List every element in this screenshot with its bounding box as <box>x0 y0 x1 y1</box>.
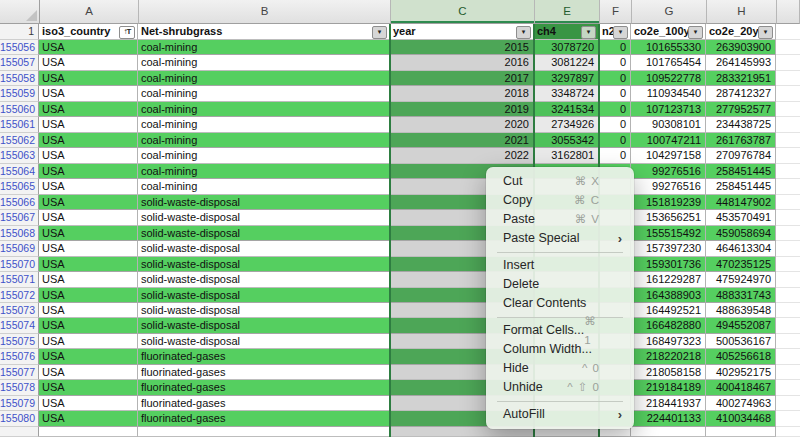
cell[interactable]: 470235125 <box>706 257 776 272</box>
cell[interactable]: USA <box>39 164 138 179</box>
select-all-corner[interactable] <box>0 0 40 24</box>
cell[interactable]: coal-mining <box>138 71 390 86</box>
cell[interactable]: 104297158 <box>631 148 706 163</box>
cell[interactable]: 159301736 <box>631 257 706 272</box>
field-header-n2o[interactable]: n2o▾ <box>599 24 631 40</box>
cell[interactable]: 218058158 <box>631 365 706 380</box>
column-letter-a[interactable]: A <box>40 0 139 24</box>
row-header-155067[interactable]: 155067 <box>0 210 39 225</box>
filter-dropdown-icon[interactable]: ▾ <box>688 26 703 39</box>
cell[interactable]: fluorinated-gases <box>138 396 390 411</box>
cell[interactable]: solid-waste-disposal <box>138 334 390 349</box>
cell[interactable]: fluorinated-gases <box>138 380 390 395</box>
filter-dropdown-icon[interactable]: ▾ <box>758 26 773 39</box>
row-header-partial[interactable] <box>0 427 39 437</box>
cell[interactable]: 3348724 <box>534 86 599 101</box>
filter-sort-icon[interactable]: ↑T <box>119 26 135 39</box>
cell[interactable]: 283321951 <box>706 71 776 86</box>
cell[interactable]: fluorinated-gases <box>138 365 390 380</box>
column-letter-f[interactable]: F <box>600 0 632 24</box>
cell[interactable]: USA <box>39 365 138 380</box>
cell[interactable]: 402952175 <box>706 365 776 380</box>
cell[interactable]: 2017 <box>390 71 534 86</box>
cell[interactable]: 3081224 <box>534 55 599 70</box>
column-letter-e[interactable]: E <box>535 0 600 24</box>
cell[interactable]: 157397230 <box>631 241 706 256</box>
cell[interactable]: 264145993 <box>706 55 776 70</box>
cell[interactable]: 109522778 <box>631 71 706 86</box>
cell[interactable]: 2015 <box>390 40 534 55</box>
cell[interactable]: 459058694 <box>706 226 776 241</box>
field-header-iso3_country[interactable]: iso3_country↑T <box>39 24 138 40</box>
cell[interactable]: 270976784 <box>706 148 776 163</box>
cell[interactable]: 287412327 <box>706 86 776 101</box>
cell[interactable]: 151819239 <box>631 195 706 210</box>
row-header-155074[interactable]: 155074 <box>0 318 39 333</box>
row-header-155062[interactable]: 155062 <box>0 133 39 148</box>
cell[interactable]: 400274963 <box>706 396 776 411</box>
row-header-155058[interactable]: 155058 <box>0 71 39 86</box>
cell[interactable]: 90308101 <box>631 117 706 132</box>
cell[interactable]: 277952577 <box>706 102 776 117</box>
column-letter-b[interactable]: B <box>139 0 391 24</box>
cell[interactable]: USA <box>39 55 138 70</box>
filter-dropdown-icon[interactable]: ▾ <box>372 26 387 39</box>
cell[interactable] <box>39 427 138 437</box>
cell[interactable]: USA <box>39 380 138 395</box>
cell[interactable]: 2021 <box>390 133 534 148</box>
column-letter-g[interactable]: G <box>632 0 707 24</box>
row-header-155075[interactable]: 155075 <box>0 334 39 349</box>
cell[interactable]: 224401133 <box>631 411 706 426</box>
cell[interactable]: 0 <box>599 55 631 70</box>
cell[interactable]: 218441937 <box>631 396 706 411</box>
cell[interactable]: 166482880 <box>631 318 706 333</box>
cell[interactable]: 3078720 <box>534 40 599 55</box>
cell[interactable]: USA <box>39 411 138 426</box>
row-header-155061[interactable]: 155061 <box>0 117 39 132</box>
cell[interactable]: coal-mining <box>138 148 390 163</box>
row-header-155059[interactable]: 155059 <box>0 86 39 101</box>
cell[interactable]: 0 <box>599 133 631 148</box>
cell[interactable]: USA <box>39 210 138 225</box>
context-menu-item-paste-special[interactable]: Paste Special› <box>486 229 634 248</box>
cell[interactable]: USA <box>39 179 138 194</box>
cell[interactable]: 464613304 <box>706 241 776 256</box>
field-header-ch4[interactable]: ch4▾ <box>534 24 599 40</box>
context-menu-item-cut[interactable]: Cut⌘ X <box>486 172 634 191</box>
cell[interactable] <box>631 427 706 437</box>
cell[interactable]: coal-mining <box>138 179 390 194</box>
field-header-co2e_20yr[interactable]: co2e_20yr▾ <box>706 24 776 40</box>
cell[interactable]: 3162801 <box>534 148 599 163</box>
cell[interactable]: coal-mining <box>138 40 390 55</box>
row-header-155069[interactable]: 155069 <box>0 241 39 256</box>
cell[interactable]: USA <box>39 102 138 117</box>
cell[interactable] <box>138 427 390 437</box>
cell[interactable]: USA <box>39 318 138 333</box>
cell[interactable]: solid-waste-disposal <box>138 241 390 256</box>
cell[interactable]: coal-mining <box>138 86 390 101</box>
cell[interactable]: 0 <box>599 117 631 132</box>
row-header-155070[interactable]: 155070 <box>0 257 39 272</box>
column-letter-h[interactable]: H <box>707 0 777 24</box>
cell[interactable]: 453570491 <box>706 210 776 225</box>
context-menu-item-hide[interactable]: Hide^ 0 <box>486 359 634 378</box>
cell[interactable]: USA <box>39 71 138 86</box>
cell[interactable]: 488639548 <box>706 303 776 318</box>
cell[interactable]: USA <box>39 40 138 55</box>
cell[interactable]: 2022 <box>390 148 534 163</box>
cell[interactable]: USA <box>39 303 138 318</box>
row-header-155063[interactable]: 155063 <box>0 148 39 163</box>
context-menu-item-autofill[interactable]: AutoFill› <box>486 405 634 424</box>
cell[interactable]: 494552087 <box>706 318 776 333</box>
cell[interactable]: 500536167 <box>706 334 776 349</box>
cell[interactable]: 258451445 <box>706 164 776 179</box>
context-menu-item-column-width[interactable]: Column Width... <box>486 340 634 359</box>
row-header-155079[interactable]: 155079 <box>0 396 39 411</box>
cell[interactable]: 2020 <box>390 117 534 132</box>
context-menu-item-copy[interactable]: Copy⌘ C <box>486 191 634 210</box>
cell[interactable]: 2734926 <box>534 117 599 132</box>
context-menu-item-insert[interactable]: Insert <box>486 256 634 275</box>
cell[interactable]: solid-waste-disposal <box>138 195 390 210</box>
cell[interactable]: USA <box>39 257 138 272</box>
cell[interactable]: 410034468 <box>706 411 776 426</box>
